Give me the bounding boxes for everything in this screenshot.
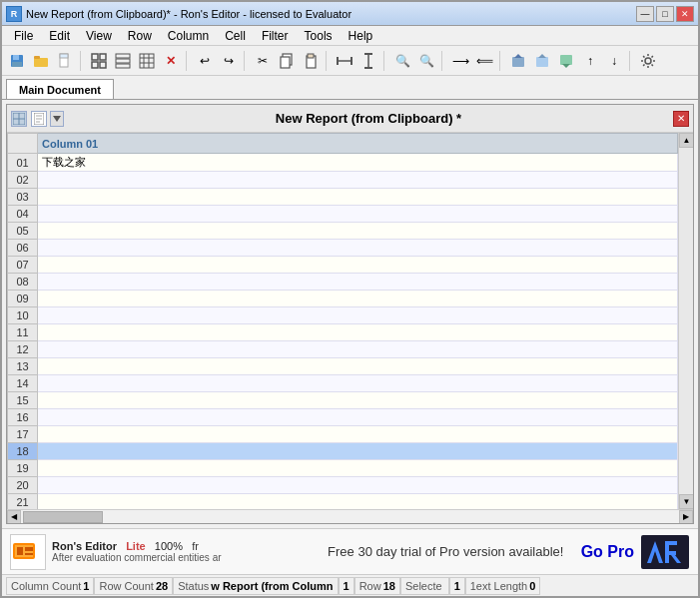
row-cell-value[interactable] <box>38 477 678 494</box>
row-cell-value[interactable] <box>38 494 678 510</box>
vertical-scrollbar[interactable]: ▲ ▼ <box>678 133 693 509</box>
go-pro-button[interactable]: Go Pro <box>581 543 634 561</box>
row-cell-value[interactable] <box>38 257 678 274</box>
tb-save-button[interactable] <box>6 50 28 72</box>
row-cell-value[interactable] <box>38 324 678 341</box>
row-cell-value[interactable] <box>38 341 678 358</box>
row-cell-value[interactable] <box>38 460 678 477</box>
menu-view[interactable]: View <box>78 27 120 45</box>
row-cell-value[interactable]: 下载之家 <box>38 154 678 172</box>
table-row[interactable]: 15 <box>8 392 678 409</box>
table-row[interactable]: 16 <box>8 409 678 426</box>
table-row[interactable]: 03 <box>8 189 678 206</box>
table-row[interactable]: 13 <box>8 358 678 375</box>
tb-export2-button[interactable] <box>531 50 553 72</box>
status-status-value: w Report (from Column <box>211 580 333 592</box>
table-row[interactable]: 12 <box>8 341 678 358</box>
scroll-track-h[interactable] <box>21 510 679 524</box>
tb-cut-button[interactable]: ✂ <box>252 50 274 72</box>
grid-column-01-header[interactable]: Column 01 <box>38 134 678 154</box>
table-row[interactable]: 20 <box>8 477 678 494</box>
table-row[interactable]: 04 <box>8 206 678 223</box>
row-cell-value[interactable] <box>38 223 678 240</box>
tab-main-document[interactable]: Main Document <box>6 79 114 99</box>
tb-grid2-button[interactable] <box>112 50 134 72</box>
table-row[interactable]: 07 <box>8 257 678 274</box>
row-cell-value[interactable] <box>38 172 678 189</box>
tb-export1-button[interactable] <box>507 50 529 72</box>
table-row[interactable]: 01下载之家 <box>8 154 678 172</box>
row-cell-value[interactable] <box>38 409 678 426</box>
tb-import1-button[interactable] <box>555 50 577 72</box>
tb-copy-button[interactable] <box>276 50 298 72</box>
table-row[interactable]: 08 <box>8 274 678 291</box>
tb-colwidth-button[interactable] <box>334 50 355 72</box>
row-cell-value[interactable] <box>38 358 678 375</box>
svg-rect-13 <box>116 64 130 68</box>
table-row[interactable]: 11 <box>8 324 678 341</box>
table-row[interactable]: 18 <box>8 443 678 460</box>
tb-open-button[interactable] <box>30 50 52 72</box>
table-row[interactable]: 19 <box>8 460 678 477</box>
tb-undo-button[interactable]: ↩ <box>194 50 216 72</box>
scroll-right-button[interactable]: ▶ <box>679 510 693 524</box>
grid-corner-header <box>8 134 38 154</box>
tb-paste-button[interactable] <box>300 50 322 72</box>
menu-column[interactable]: Column <box>160 27 217 45</box>
row-cell-value[interactable] <box>38 426 678 443</box>
menu-help[interactable]: Help <box>341 27 381 45</box>
tb-grid3-button[interactable] <box>136 50 158 72</box>
row-cell-value[interactable] <box>38 443 678 460</box>
menu-edit[interactable]: Edit <box>41 27 78 45</box>
table-row[interactable]: 02 <box>8 172 678 189</box>
tb-redo-button[interactable]: ↪ <box>218 50 240 72</box>
scroll-track-v[interactable] <box>679 148 693 494</box>
row-number: 19 <box>8 460 38 477</box>
table-row[interactable]: 17 <box>8 426 678 443</box>
tb-newfile-button[interactable] <box>54 50 76 72</box>
tb-delete-button[interactable]: ✕ <box>160 50 182 72</box>
row-cell-value[interactable] <box>38 392 678 409</box>
maximize-button[interactable]: □ <box>656 6 674 22</box>
row-cell-value[interactable] <box>38 189 678 206</box>
scroll-thumb-h[interactable] <box>23 511 103 523</box>
grid-wrapper[interactable]: Column 01 01下载之家020304050607080910111213… <box>7 133 678 509</box>
tb-settings-button[interactable] <box>637 50 659 72</box>
row-cell-value[interactable] <box>38 375 678 392</box>
svg-rect-14 <box>140 54 154 68</box>
minimize-button[interactable]: — <box>636 6 654 22</box>
menu-filter[interactable]: Filter <box>254 27 297 45</box>
tb-grid1-button[interactable] <box>88 50 110 72</box>
table-row[interactable]: 09 <box>8 291 678 307</box>
row-cell-value[interactable] <box>38 240 678 257</box>
scroll-down-button[interactable]: ▼ <box>679 494 693 509</box>
table-row[interactable]: 10 <box>8 307 678 324</box>
menu-cell[interactable]: Cell <box>217 27 254 45</box>
menu-file[interactable]: File <box>6 27 41 45</box>
tb-search-button[interactable]: 🔍 <box>391 50 413 72</box>
row-cell-value[interactable] <box>38 291 678 307</box>
report-close-button[interactable]: ✕ <box>673 111 689 127</box>
table-row[interactable]: 21 <box>8 494 678 510</box>
row-cell-value[interactable] <box>38 307 678 324</box>
tb-nav-next-button[interactable]: ⟶ <box>449 50 471 72</box>
close-button[interactable]: ✕ <box>676 6 694 22</box>
tb-separator-4 <box>326 51 330 71</box>
report-dropdown-button[interactable] <box>50 111 64 127</box>
row-cell-value[interactable] <box>38 206 678 223</box>
svg-rect-22 <box>308 54 314 58</box>
table-row[interactable]: 14 <box>8 375 678 392</box>
tb-sort-asc-button[interactable]: ↑ <box>579 50 601 72</box>
scroll-up-button[interactable]: ▲ <box>679 133 693 148</box>
tb-rowheight-button[interactable] <box>357 50 379 72</box>
horizontal-scrollbar[interactable]: ◀ ▶ <box>7 509 693 523</box>
menu-tools[interactable]: Tools <box>297 27 341 45</box>
table-row[interactable]: 05 <box>8 223 678 240</box>
menu-row[interactable]: Row <box>120 27 160 45</box>
tb-nav-prev-button[interactable]: ⟸ <box>473 50 495 72</box>
table-row[interactable]: 06 <box>8 240 678 257</box>
row-cell-value[interactable] <box>38 274 678 291</box>
tb-sort-desc-button[interactable]: ↓ <box>603 50 625 72</box>
scroll-left-button[interactable]: ◀ <box>7 510 21 524</box>
tb-replace-button[interactable]: 🔍 <box>415 50 437 72</box>
